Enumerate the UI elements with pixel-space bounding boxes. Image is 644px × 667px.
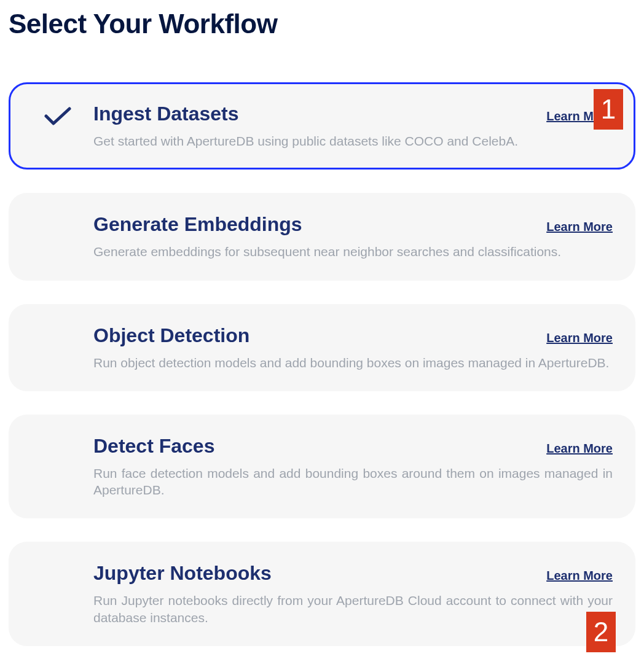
learn-more-link[interactable]: Learn More <box>546 220 613 234</box>
learn-more-link[interactable]: Learn More <box>546 442 613 456</box>
workflow-title: Detect Faces <box>93 435 214 458</box>
card-header: Generate Embeddings Learn More <box>93 213 613 236</box>
card-header: Ingest Datasets Learn More <box>93 103 613 125</box>
learn-more-link[interactable]: Learn More <box>546 331 613 345</box>
workflow-card-generate-embeddings[interactable]: Generate Embeddings Learn More Generate … <box>9 193 635 280</box>
workflow-description: Run Jupyter notebooks directly from your… <box>93 592 613 626</box>
check-icon <box>44 106 71 128</box>
workflow-card-object-detection[interactable]: Object Detection Learn More Run object d… <box>9 304 635 391</box>
workflow-card-jupyter-notebooks[interactable]: Jupyter Notebooks Learn More Run Jupyter… <box>9 542 635 646</box>
workflow-title: Jupyter Notebooks <box>93 562 272 585</box>
page-title: Select Your Workflow <box>9 9 635 39</box>
card-header: Object Detection Learn More <box>93 324 613 347</box>
learn-more-link[interactable]: Learn More <box>546 569 613 583</box>
workflow-title: Generate Embeddings <box>93 213 302 236</box>
workflow-title: Ingest Datasets <box>93 103 239 125</box>
card-header: Detect Faces Learn More <box>93 435 613 458</box>
workflow-title: Object Detection <box>93 324 249 347</box>
card-header: Jupyter Notebooks Learn More <box>93 562 613 585</box>
workflow-card-ingest-datasets[interactable]: Ingest Datasets Learn More Get started w… <box>9 82 635 170</box>
workflow-description: Run face detection models and add boundi… <box>93 465 613 499</box>
workflow-description: Generate embeddings for subsequent near … <box>93 243 613 260</box>
workflow-description: Get started with ApertureDB using public… <box>93 133 613 149</box>
workflow-description: Run object detection models and add boun… <box>93 354 613 371</box>
workflow-card-detect-faces[interactable]: Detect Faces Learn More Run face detecti… <box>9 415 635 519</box>
annotation-badge-2: 2 <box>586 612 616 652</box>
workflow-list: Ingest Datasets Learn More Get started w… <box>9 82 635 646</box>
annotation-badge-1: 1 <box>594 89 623 130</box>
